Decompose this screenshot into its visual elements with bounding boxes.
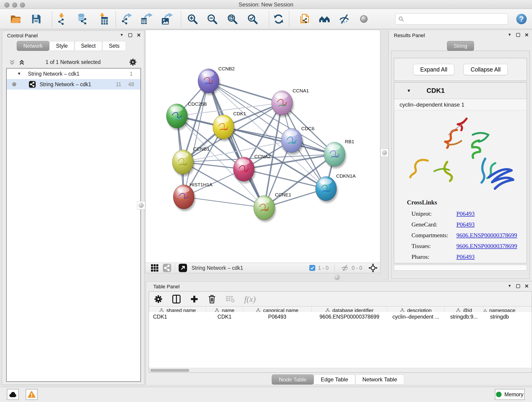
zoom-in-button[interactable] (185, 12, 200, 26)
expand-all-button[interactable]: Expand All (413, 64, 454, 75)
search-input[interactable] (406, 16, 505, 22)
collapse-all-button[interactable]: Collapse All (463, 64, 508, 75)
network-graph[interactable]: CCNB2CCNA1CDC25BCDK1CDC6RB1CCNB1CCNA2CDK… (146, 30, 380, 263)
gear-icon (129, 58, 137, 66)
zoom-selected-button[interactable] (245, 12, 260, 26)
left-splitter-handle[interactable] (137, 201, 145, 210)
splitter-dot-icon (139, 203, 144, 208)
collapse-gene-arrow-icon[interactable]: ▼ (407, 88, 411, 93)
crosslinks-heading: CrossLinks (407, 199, 527, 206)
node-label-cdk1: CDK1 (233, 111, 246, 116)
node-cdc6[interactable]: CDC6 (281, 126, 314, 155)
import-network-from-database-button[interactable] (75, 12, 89, 26)
document-share-icon (299, 13, 311, 25)
import-network-file-button[interactable] (54, 12, 69, 26)
grid-view-icon[interactable] (151, 264, 159, 272)
table-settings-gear-button[interactable] (154, 295, 163, 303)
tab-sets[interactable]: Sets (102, 41, 126, 51)
edge-hist1h1a-ccne1[interactable] (184, 197, 264, 208)
import-database-icon (76, 13, 88, 25)
home-networks-button[interactable] (317, 12, 331, 26)
node-hist1h1a[interactable]: HIST1H1A (173, 182, 212, 211)
birds-eye-crosshair-icon[interactable] (368, 263, 378, 273)
crosslink-link[interactable]: 9606.ENSP00000378699 (456, 232, 517, 239)
hscrollbar-thumb[interactable] (150, 369, 189, 372)
save-session-button[interactable] (29, 12, 43, 26)
gene-card-header[interactable]: ▼ CDK1 (394, 83, 527, 99)
panel-close-icon[interactable]: ✕ (525, 284, 529, 288)
tab-network[interactable]: Network (17, 41, 49, 51)
zoom-fit-button[interactable] (225, 12, 239, 26)
help-button[interactable]: ? (514, 12, 529, 26)
node-cdk1[interactable]: CDK1 (213, 111, 246, 141)
table-row[interactable]: CDK1CDK1P064939606.ENSP00000378699cyclin… (149, 312, 532, 322)
table-rows: CDK1CDK1P064939606.ENSP00000378699cyclin… (149, 312, 532, 368)
tab-style[interactable]: Style (49, 41, 74, 51)
crosslink-row: Compartments:9606.ENSP00000378699 (412, 230, 527, 241)
tree-expand-arrow-icon[interactable]: ▼ (17, 71, 21, 76)
edge-ccnb2-hist1h1a[interactable] (184, 81, 209, 197)
bottom-splitter-handle[interactable] (334, 274, 340, 280)
network-share-view-icon[interactable] (162, 263, 172, 273)
delete-table-button[interactable] (225, 295, 235, 303)
tab-edge-table[interactable]: Edge Table (314, 375, 355, 385)
hidden-count: 0 - 0 (352, 265, 362, 271)
hide-glass-effect-button[interactable] (337, 12, 351, 26)
export-network-button[interactable] (119, 12, 133, 26)
network-collection-row[interactable]: ▼ String Network – cdk1 1 (7, 69, 140, 79)
string-import-button[interactable] (298, 12, 312, 26)
open-session-button[interactable] (8, 12, 23, 26)
edge-ccna2-cdkn1a[interactable] (244, 169, 326, 189)
crosslink-link[interactable]: P06493 (456, 254, 475, 260)
refresh-view-button[interactable] (272, 12, 286, 26)
network-row[interactable]: String Network – cdk1 11 48 (7, 79, 140, 89)
node-ccna1[interactable]: CCNA1 (272, 88, 309, 117)
tab-node-table[interactable]: Node Table (272, 375, 314, 385)
table-cell: stringdb (483, 314, 515, 320)
detach-view-icon[interactable] (178, 263, 187, 273)
tab-select[interactable]: Select (75, 41, 102, 51)
splitter-dot-icon (382, 150, 387, 155)
add-column-plus-button[interactable] (190, 295, 198, 303)
edge-ccnb2-ccne1[interactable] (209, 81, 264, 208)
panel-float-icon[interactable] (516, 284, 520, 288)
protein-ribbon-icon (403, 110, 518, 198)
crosslink-link[interactable]: P06493 (456, 211, 475, 217)
zoom-out-button[interactable] (205, 12, 219, 26)
zoom-fit-icon (227, 13, 238, 25)
main-toolbar: ? (0, 9, 532, 29)
selected-nodes-checkbox[interactable] (309, 265, 315, 271)
crosslink-link[interactable]: P06493 (456, 221, 475, 228)
warnings-button[interactable] (26, 389, 38, 400)
table-hscrollbar[interactable] (149, 368, 532, 372)
tab-network-table[interactable]: Network Table (355, 375, 404, 385)
node-rb1[interactable]: RB1 (324, 139, 354, 168)
panel-float-icon[interactable] (516, 33, 520, 37)
network-options-gear-button[interactable] (129, 58, 137, 66)
panel-collapse-icon[interactable]: ▼ (508, 284, 512, 288)
function-builder-button[interactable]: f(x) (244, 294, 256, 304)
delete-column-trash-button[interactable] (208, 294, 216, 304)
right-splitter-handle[interactable] (380, 148, 389, 157)
cloud-status-button[interactable] (7, 389, 19, 400)
panel-float-icon[interactable] (128, 33, 132, 37)
crosslink-link[interactable]: 9606.ENSP00000378699 (456, 243, 517, 249)
panel-close-icon[interactable]: ✕ (137, 33, 141, 37)
memory-status-button[interactable]: Memory (495, 389, 525, 400)
show-glass-effect-button[interactable] (357, 12, 371, 26)
current-network-dot-icon (12, 82, 16, 86)
import-table-button[interactable] (95, 12, 110, 26)
node-cdkn1a[interactable]: CDKN1A (316, 173, 355, 203)
show-columns-button[interactable] (172, 294, 181, 304)
global-search-box[interactable] (395, 13, 508, 25)
panel-close-icon[interactable]: ✕ (525, 33, 529, 37)
panel-collapse-icon[interactable]: ▼ (120, 33, 124, 37)
tab-string[interactable]: String (447, 41, 474, 51)
control-panel: Control Panel ▼ ✕ NetworkStyleSelectSets… (2, 31, 144, 385)
export-table-button[interactable] (139, 12, 154, 26)
network-view-canvas[interactable]: CCNB2CCNA1CDC25BCDK1CDC6RB1CCNB1CCNA2CDK… (145, 30, 380, 263)
panel-collapse-icon[interactable]: ▼ (508, 32, 512, 37)
node-ccnb2[interactable]: CCNB2 (198, 66, 234, 95)
export-image-button[interactable] (160, 12, 174, 26)
check-icon (310, 266, 315, 270)
